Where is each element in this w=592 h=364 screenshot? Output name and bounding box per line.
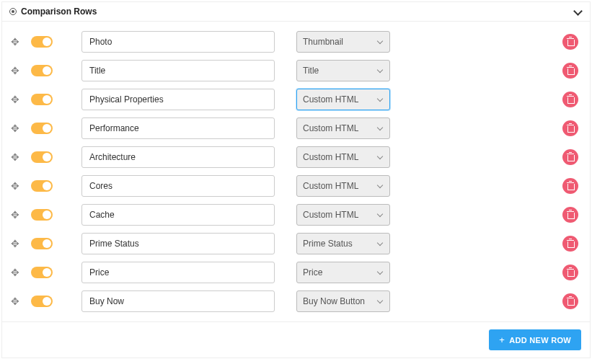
row-type-select[interactable]: Prime Status [296, 233, 390, 254]
enable-toggle[interactable] [31, 209, 53, 221]
row-name-input[interactable] [81, 31, 275, 53]
delete-row-button[interactable] [562, 236, 578, 252]
comparison-row: ✥Thumbnail [9, 27, 583, 56]
trash-icon [567, 125, 574, 133]
select-label: Custom HTML [303, 152, 378, 162]
comparison-row: ✥Price [9, 258, 583, 287]
enable-toggle[interactable] [31, 296, 53, 307]
enable-toggle[interactable] [31, 180, 53, 192]
chevron-down-icon [378, 97, 384, 102]
delete-row-button[interactable] [562, 92, 578, 107]
row-type-select[interactable]: Title [296, 60, 390, 81]
delete-row-button[interactable] [562, 293, 578, 309]
row-type-select[interactable]: Price [296, 262, 390, 283]
row-name-input[interactable] [81, 175, 275, 197]
select-label: Buy Now Button [303, 296, 378, 306]
drag-handle-icon[interactable]: ✥ [9, 180, 21, 192]
trash-icon [567, 154, 574, 161]
drag-handle-icon[interactable]: ✥ [9, 94, 21, 105]
row-type-select[interactable]: Buy Now Button [296, 290, 390, 312]
drag-handle-icon[interactable]: ✥ [9, 36, 21, 48]
row-type-select[interactable]: Custom HTML [296, 204, 390, 226]
select-label: Custom HTML [303, 123, 378, 133]
plus-icon: + [499, 335, 505, 345]
row-type-select[interactable]: Custom HTML [296, 117, 390, 139]
row-type-select[interactable]: Custom HTML [296, 146, 390, 168]
drag-handle-icon[interactable]: ✥ [9, 151, 21, 163]
delete-row-button[interactable] [562, 207, 578, 223]
comparison-row: ✥Title [9, 56, 583, 85]
trash-icon [567, 211, 574, 219]
drag-handle-icon[interactable]: ✥ [9, 296, 21, 307]
delete-row-button[interactable] [562, 120, 578, 136]
select-label: Price [303, 267, 378, 278]
delete-row-button[interactable] [562, 178, 578, 194]
chevron-down-icon [378, 68, 384, 74]
row-name-input[interactable] [81, 262, 275, 283]
trash-icon [567, 269, 574, 277]
chevron-down-icon [378, 183, 384, 189]
enable-toggle[interactable] [31, 36, 53, 48]
enable-toggle[interactable] [31, 151, 53, 163]
panel-bullet-icon [9, 8, 17, 15]
delete-row-button[interactable] [562, 265, 578, 280]
add-new-row-button[interactable]: + ADD NEW ROW [489, 329, 581, 350]
row-name-input[interactable] [81, 233, 275, 254]
row-type-select[interactable]: Custom HTML [296, 175, 390, 197]
chevron-down-icon [378, 125, 384, 131]
panel-header[interactable]: Comparison Rows [2, 2, 590, 22]
select-label: Title [303, 66, 378, 76]
comparison-row: ✥Buy Now Button [9, 287, 583, 316]
select-label: Custom HTML [303, 181, 378, 191]
row-name-input[interactable] [81, 290, 275, 312]
row-name-input[interactable] [81, 146, 275, 168]
trash-icon [567, 182, 574, 190]
drag-handle-icon[interactable]: ✥ [9, 209, 21, 221]
row-name-input[interactable] [81, 204, 275, 226]
panel-footer: + ADD NEW ROW [2, 321, 590, 358]
delete-row-button[interactable] [562, 149, 578, 165]
comparison-row: ✥Custom HTML [9, 143, 583, 172]
chevron-down-icon [378, 154, 384, 160]
drag-handle-icon[interactable]: ✥ [9, 65, 21, 76]
chevron-down-icon [378, 39, 384, 45]
row-type-select[interactable]: Thumbnail [296, 31, 390, 53]
comparison-row: ✥Custom HTML [9, 85, 583, 114]
delete-row-button[interactable] [562, 34, 578, 50]
comparison-row: ✥Custom HTML [9, 200, 583, 229]
add-button-label: ADD NEW ROW [509, 336, 571, 345]
select-label: Custom HTML [303, 94, 378, 105]
trash-icon [567, 96, 574, 104]
row-name-input[interactable] [81, 89, 275, 110]
select-label: Custom HTML [303, 210, 378, 220]
trash-icon [567, 67, 574, 75]
enable-toggle[interactable] [31, 65, 53, 76]
comparison-row: ✥Custom HTML [9, 172, 583, 200]
row-name-input[interactable] [81, 60, 275, 81]
drag-handle-icon[interactable]: ✥ [9, 238, 21, 249]
chevron-down-icon [378, 241, 384, 247]
row-type-select[interactable]: Custom HTML [296, 89, 390, 110]
delete-row-button[interactable] [562, 63, 578, 79]
enable-toggle[interactable] [31, 238, 53, 249]
drag-handle-icon[interactable]: ✥ [9, 267, 21, 278]
select-label: Prime Status [303, 239, 378, 249]
chevron-down-icon [378, 270, 384, 275]
chevron-down-icon [378, 212, 384, 218]
chevron-down-icon [378, 298, 384, 304]
enable-toggle[interactable] [31, 267, 53, 278]
comparison-row: ✥Prime Status [9, 229, 583, 258]
trash-icon [567, 240, 574, 248]
enable-toggle[interactable] [31, 94, 53, 105]
panel-title: Comparison Rows [21, 6, 574, 17]
drag-handle-icon[interactable]: ✥ [9, 123, 21, 134]
enable-toggle[interactable] [31, 123, 53, 134]
comparison-row: ✥Custom HTML [9, 114, 583, 143]
row-name-input[interactable] [81, 117, 275, 139]
trash-icon [567, 38, 574, 46]
trash-icon [567, 298, 574, 306]
chevron-down-icon[interactable] [574, 7, 583, 16]
rows-container: ✥Thumbnail✥Title✥Custom HTML✥Custom HTML… [2, 22, 590, 321]
select-label: Thumbnail [303, 37, 378, 47]
comparison-rows-panel: Comparison Rows ✥Thumbnail✥Title✥Custom … [1, 1, 591, 358]
